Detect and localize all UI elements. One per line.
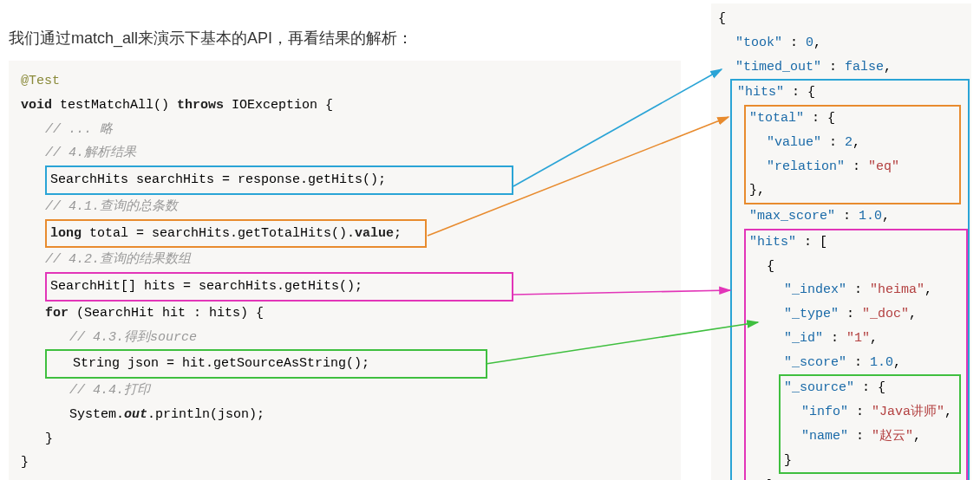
json-hits-open: "hits" : { [735, 81, 964, 105]
json-total-box: "total" : { "value" : 2, "relation" : "e… [744, 105, 961, 204]
comment-41: // 4.1.查询的总条数 [21, 195, 669, 219]
heading-text: 我们通过match_all来演示下基本的API，再看结果的解析： [9, 28, 413, 49]
json-item-close: }, [749, 474, 963, 480]
json-response-block: { "took" : 0, "timed_out" : false, "hits… [711, 3, 971, 480]
comment-4: // 4.解析结果 [21, 141, 669, 165]
json-source-close: } [784, 449, 956, 473]
line-hitsarray: SearchHit[] hits = searchHits.getHits(); [45, 272, 513, 302]
comment-43: // 4.3.得到source [21, 326, 669, 350]
kw-void: void [21, 98, 52, 113]
comment-44: // 4.4.打印 [21, 379, 669, 403]
json-hits2-open: "hits" : [ [749, 230, 963, 255]
json-maxscore: "max_score" : 1.0, [735, 204, 964, 229]
kw-long: long [50, 226, 82, 241]
json-source-open: "_source" : { [784, 376, 956, 400]
json-total-open: "total" : { [749, 107, 956, 131]
total-mid: total = searchHits.getTotalHits(). [82, 226, 355, 241]
method-signature: void testMatchAll() throws IOException { [21, 94, 669, 118]
brace-close-outer: } [21, 451, 669, 475]
json-info: "info" : "Java讲师", [784, 400, 956, 425]
json-total-close: }, [749, 178, 956, 203]
print-out: out [124, 407, 147, 422]
kw-throws: throws [177, 98, 224, 113]
print-a: System. [69, 407, 124, 422]
json-relation: "relation" : "eq" [749, 155, 956, 179]
line-print: System.out.println(json); [21, 403, 669, 427]
json-value: "value" : 2, [749, 131, 956, 155]
annotation-test: @Test [21, 69, 669, 94]
value-field: value [355, 226, 394, 241]
json-hits-array-box: "hits" : [ { "_index" : "heima", "_type"… [744, 229, 968, 480]
for-rest: (SearchHit hit : hits) { [69, 306, 264, 321]
json-item-open: { [749, 255, 963, 279]
method-name: testMatchAll() [52, 98, 177, 113]
print-b: .println(json); [147, 407, 265, 422]
line-source: String json = hit.getSourceAsString(); [45, 349, 487, 379]
json-score: "_score" : 1.0, [749, 351, 963, 375]
json-source-box: "_source" : { "info" : "Java讲师", "name" … [779, 374, 961, 474]
json-type: "_type" : "_doc", [749, 302, 963, 327]
json-open: { [718, 7, 964, 31]
line-total: long total = searchHits.getTotalHits().v… [45, 219, 427, 249]
brace-close-inner: } [21, 427, 669, 451]
json-timedout: "timed_out" : false, [718, 55, 964, 80]
json-name: "name" : "赵云", [784, 425, 956, 449]
json-took: "took" : 0, [718, 31, 964, 55]
json-index: "_index" : "heima", [749, 278, 963, 302]
json-id: "_id" : "1", [749, 327, 963, 351]
comment-skip: // ... 略 [21, 118, 669, 142]
exc-type: IOException { [224, 98, 333, 113]
comment-42: // 4.2.查询的结果数组 [21, 248, 669, 272]
java-code-block: @Test void testMatchAll() throws IOExcep… [9, 61, 681, 480]
semi: ; [394, 226, 402, 241]
kw-for: for [45, 306, 69, 321]
json-hits-box: "hits" : { "total" : { "value" : 2, "rel… [730, 79, 970, 480]
for-loop: for (SearchHit hit : hits) { [21, 302, 669, 326]
line-gethits: SearchHits searchHits = response.getHits… [45, 165, 513, 195]
